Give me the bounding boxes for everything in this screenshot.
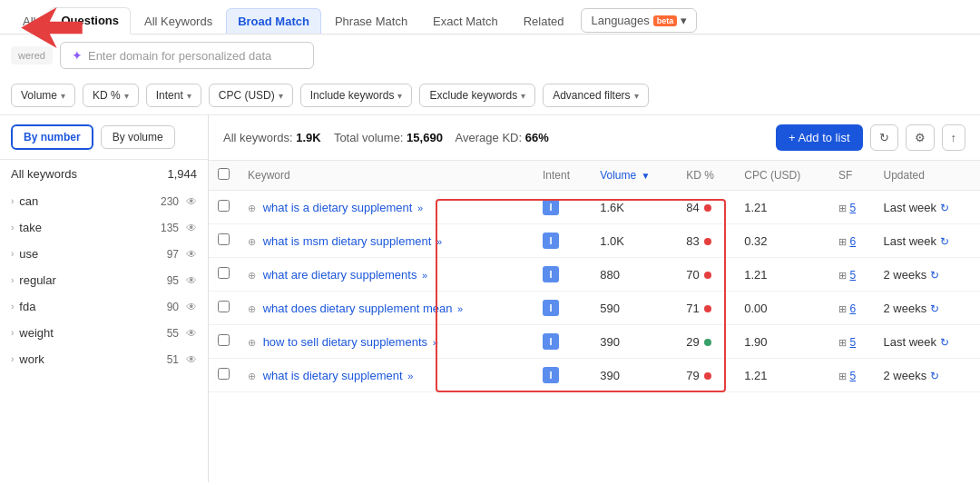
export-button[interactable]: ↑ — [942, 124, 966, 151]
expand-icon[interactable]: ⊕ — [248, 303, 256, 314]
row-kd: 70 — [677, 258, 735, 292]
chevron-right-icon: › — [11, 223, 14, 233]
sidebar-item[interactable]: › regular 95 👁 — [0, 267, 208, 293]
navigate-icon[interactable]: » — [436, 236, 442, 247]
row-checkbox[interactable] — [218, 301, 230, 312]
refresh-icon[interactable]: ↻ — [940, 235, 949, 248]
sidebar-item[interactable]: › can 230 👁 — [0, 188, 208, 214]
row-checkbox[interactable] — [218, 267, 230, 279]
sf-icon: ⊞ — [838, 337, 847, 348]
sidebar-keyword: work — [19, 352, 44, 366]
navigate-icon[interactable]: » — [422, 270, 427, 281]
sf-value[interactable]: 5 — [850, 336, 857, 349]
navigate-icon[interactable]: » — [433, 337, 438, 348]
tab-all-keywords[interactable]: All Keywords — [132, 8, 224, 34]
eye-icon[interactable]: 👁 — [186, 248, 197, 261]
keyword-link[interactable]: how to sell dietary supplements — [263, 335, 427, 349]
avg-kd-label: Average KD: — [456, 131, 522, 144]
tab-broad-match[interactable]: Broad Match — [226, 8, 321, 34]
refresh-icon[interactable]: ↻ — [930, 269, 939, 282]
refresh-icon[interactable]: ↻ — [930, 370, 939, 382]
domain-input[interactable]: ✦ Enter domain for personalized data — [60, 42, 314, 69]
sidebar-count: 95 — [167, 274, 179, 287]
th-volume[interactable]: Volume ▼ — [591, 161, 677, 191]
intent-badge: I — [543, 199, 559, 215]
sidebar-keyword: use — [19, 247, 38, 261]
row-checkbox[interactable] — [218, 200, 230, 212]
row-cpc: 0.00 — [735, 292, 829, 325]
chevron-down-icon: ▾ — [681, 14, 687, 27]
sf-value[interactable]: 5 — [850, 202, 857, 214]
eye-icon[interactable]: 👁 — [186, 222, 197, 234]
eye-icon[interactable]: 👁 — [186, 301, 197, 313]
keyword-link[interactable]: what are dietary supplements — [263, 268, 417, 282]
settings-button[interactable]: ⚙ — [906, 124, 935, 151]
tab-bar: All Questions All Keywords Broad Match P… — [0, 0, 980, 35]
row-sf: ⊞ 5 — [829, 258, 875, 292]
sf-value[interactable]: 6 — [850, 235, 857, 248]
keyword-link[interactable]: what is a dietary supplement — [263, 201, 413, 214]
tab-languages[interactable]: Languages beta ▾ — [581, 8, 697, 33]
refresh-icon[interactable]: ↻ — [940, 336, 949, 349]
expand-icon[interactable]: ⊕ — [248, 236, 256, 247]
table-row: ⊕ what is msm dietary supplement » I 1.0… — [209, 224, 980, 258]
filter-volume[interactable]: Volume ▾ — [11, 84, 75, 107]
refresh-icon[interactable]: ↻ — [930, 302, 939, 315]
row-checkbox-cell — [209, 292, 239, 325]
row-cpc: 0.32 — [735, 224, 829, 258]
sidebar-toggle-group: By number By volume — [0, 115, 208, 160]
expand-icon[interactable]: ⊕ — [248, 203, 256, 213]
sf-value[interactable]: 5 — [850, 269, 857, 282]
th-cpc: CPC (USD) — [735, 161, 829, 191]
keyword-link[interactable]: what does dietary supplement mean — [263, 302, 453, 315]
all-keywords-row: All keywords 1,944 — [0, 160, 208, 188]
table-row: ⊕ what is dietary supplement » I 390 79 … — [209, 359, 980, 392]
refresh-button[interactable]: ↻ — [870, 124, 898, 151]
expand-icon[interactable]: ⊕ — [248, 371, 256, 381]
refresh-icon[interactable]: ↻ — [940, 202, 949, 214]
sidebar-item[interactable]: › use 97 👁 — [0, 241, 208, 267]
navigate-icon[interactable]: » — [407, 371, 413, 381]
row-updated: 2 weeks ↻ — [875, 258, 980, 292]
row-checkbox[interactable] — [218, 233, 230, 245]
tab-exact-match[interactable]: Exact Match — [421, 8, 510, 34]
filter-include[interactable]: Include keywords ▾ — [300, 84, 413, 107]
filter-exclude[interactable]: Exclude keywords ▾ — [419, 84, 535, 107]
select-all-checkbox[interactable] — [218, 168, 230, 180]
eye-icon[interactable]: 👁 — [186, 195, 197, 208]
filter-advanced[interactable]: Advanced filters ▾ — [543, 84, 648, 107]
row-updated: Last week ↻ — [875, 325, 980, 359]
sf-value[interactable]: 6 — [850, 302, 857, 315]
sidebar-item[interactable]: › take 135 👁 — [0, 214, 208, 241]
eye-icon[interactable]: 👁 — [186, 353, 197, 366]
eye-icon[interactable]: 👁 — [186, 274, 197, 287]
toggle-by-volume[interactable]: By volume — [101, 125, 175, 149]
tab-related[interactable]: Related — [512, 8, 576, 34]
filter-cpc[interactable]: CPC (USD) ▾ — [209, 84, 293, 107]
sidebar-keyword: can — [19, 194, 38, 208]
filter-kd[interactable]: KD % ▾ — [83, 84, 139, 107]
sidebar-item[interactable]: › weight 55 👁 — [0, 320, 208, 346]
sidebar-item[interactable]: › work 51 👁 — [0, 346, 208, 372]
eye-icon[interactable]: 👁 — [186, 327, 197, 340]
row-updated: 2 weeks ↻ — [875, 359, 980, 392]
add-to-list-button[interactable]: + Add to list — [776, 124, 863, 151]
sidebar-keyword: take — [19, 221, 42, 234]
keywords-table: Keyword Intent Volume ▼ KD % CPC (USD) S… — [209, 161, 980, 392]
row-kd: 71 — [677, 292, 735, 325]
keyword-link[interactable]: what is dietary supplement — [263, 369, 403, 382]
expand-icon[interactable]: ⊕ — [248, 337, 256, 348]
expand-icon[interactable]: ⊕ — [248, 270, 256, 281]
filter-intent[interactable]: Intent ▾ — [146, 84, 201, 107]
toggle-by-number[interactable]: By number — [11, 124, 93, 150]
intent-badge: I — [543, 333, 559, 350]
row-checkbox[interactable] — [218, 368, 230, 380]
tab-phrase-match[interactable]: Phrase Match — [323, 8, 419, 34]
navigate-icon[interactable]: » — [457, 303, 463, 314]
row-checkbox[interactable] — [218, 334, 230, 346]
chevron-right-icon: › — [11, 354, 14, 364]
navigate-icon[interactable]: » — [417, 203, 423, 213]
sidebar-item[interactable]: › fda 90 👁 — [0, 293, 208, 320]
sf-value[interactable]: 5 — [850, 370, 857, 382]
keyword-link[interactable]: what is msm dietary supplement — [263, 234, 432, 248]
